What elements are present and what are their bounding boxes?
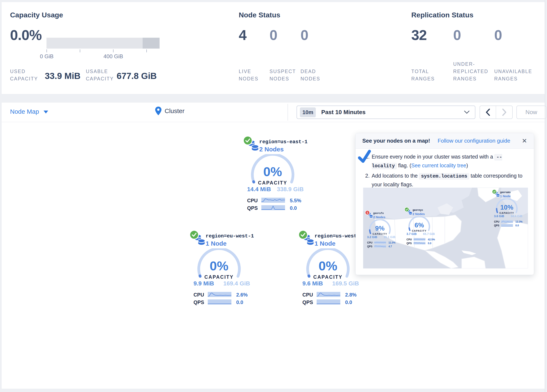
locality-name: geo=nyc — [413, 209, 423, 212]
qps-label: QPS — [494, 224, 499, 227]
qps-label: QPS — [193, 299, 204, 305]
locality-card-region-us-west-1[interactable]: region=us-west-1 1 Node 0% CAPACITY 9.6 … — [292, 230, 363, 309]
cpu-value: 42.5% — [428, 238, 435, 241]
step-text: Ensure every node in your cluster was st… — [372, 152, 527, 170]
locality-node-count[interactable]: 1 Node — [500, 194, 511, 198]
capacity-total-value: 65.7 GiB — [423, 232, 435, 236]
locality-node-count[interactable]: 2 Nodes — [413, 212, 425, 216]
cpu-value: 5.5% — [290, 198, 301, 204]
capacity-axis-label-400: 400 GiB — [96, 53, 130, 60]
healthy-badge-icon — [404, 207, 409, 212]
suspect-nodes-label: SUSPECT NODES — [270, 68, 300, 83]
cpu-label: CPU — [247, 198, 258, 204]
capacity-total-value: 169.4 GiB — [223, 280, 250, 287]
capacity-usage-percent: 0.0% — [10, 27, 42, 43]
cluster-stats-panel: Capacity Usage 0.0% 0 GiB 400 GiB USED C… — [2, 2, 545, 94]
view-selector-dropdown[interactable]: Node Map — [10, 108, 48, 115]
capacity-percent: 9% — [362, 225, 398, 232]
locality-node-count[interactable]: 2 Nodes — [373, 215, 385, 219]
dead-nodes-label: DEAD NODES — [301, 68, 331, 83]
locality-node-count[interactable]: 1 Node — [206, 240, 227, 247]
locality-name: geo=ams — [500, 191, 511, 194]
locality-card-geo-nyc[interactable]: geo=nyc 2 Nodes 6% CAPACITY 3.7 GiB 65.7… — [402, 207, 437, 247]
locality-node-count[interactable]: 2 Nodes — [259, 146, 284, 153]
locality-name: geo=sfo — [373, 212, 384, 215]
dead-nodes-value: 0 — [301, 27, 308, 43]
locality-card-region-us-east-1[interactable]: region=us-east-1 2 Nodes 0% CAPACITY 14.… — [237, 136, 308, 215]
locality-card-geo-ams[interactable]: geo=ams 1 Node 10% CAPACITY 3.6 GiB 34.4… — [489, 189, 525, 229]
live-nodes-label: LIVE NODES — [239, 68, 269, 83]
time-forward-button[interactable] — [496, 106, 512, 118]
time-range-dropdown[interactable]: 10m Past 10 Minutes — [297, 106, 475, 119]
qps-value: 0.0 — [428, 242, 431, 245]
qps-sparkline — [208, 299, 231, 304]
time-back-button[interactable] — [480, 106, 496, 118]
replication-status-title: Replication Status — [411, 11, 473, 19]
capacity-usage-title: Capacity Usage — [10, 11, 63, 19]
suspect-nodes-value: 0 — [270, 27, 277, 43]
node-map-page: Capacity Usage 0.0% 0 GiB 400 GiB USED C… — [0, 0, 547, 392]
popup-step-1: 1. Ensure every node in your cluster was… — [365, 152, 527, 170]
total-ranges-value: 32 — [411, 27, 427, 43]
system-locations-code: system.locations — [419, 173, 469, 179]
capacity-label: CAPACITY — [292, 274, 363, 280]
warning-badge-icon: 1 — [365, 210, 370, 215]
capacity-used-value: 14.4 MiB — [247, 186, 271, 193]
healthy-badge-icon — [298, 230, 308, 240]
capacity-percent: 0% — [184, 258, 255, 273]
capacity-axis-tick — [113, 49, 114, 52]
capacity-used-value: 9.6 MiB — [302, 280, 323, 287]
qps-value: 0.0 — [345, 299, 352, 305]
popup-title: See your nodes on a map! — [362, 138, 430, 144]
locality-node-count[interactable]: 1 Node — [315, 240, 335, 247]
configuration-guide-link[interactable]: Follow our configuration guide — [438, 138, 510, 144]
cpu-sparkline — [414, 238, 425, 241]
locality-card-geo-sfo[interactable]: 1 geo=sfo 2 Nodes 9% CAPACITY 3.2 GiB 3 — [362, 210, 398, 250]
close-icon[interactable]: ✕ — [522, 138, 527, 144]
capacity-total-value: 34.4 GiB — [511, 214, 522, 218]
chevron-left-icon — [486, 109, 490, 116]
breadcrumb[interactable]: Cluster — [155, 106, 185, 116]
qps-row: QPS 0.0 — [406, 242, 435, 245]
now-button[interactable]: Now — [516, 106, 546, 119]
qps-sparkline — [261, 205, 285, 210]
qps-row: QPS 0.0 — [193, 299, 250, 305]
cpu-row: CPU 12.3% — [494, 220, 522, 223]
locality-tree-link[interactable]: See current locality tree — [411, 163, 466, 168]
cpu-row: CPU 2.6% — [193, 292, 250, 297]
unavailable-ranges-value: 0 — [494, 27, 502, 43]
live-nodes-value: 4 — [239, 27, 246, 43]
capacity-percent: 0% — [237, 164, 308, 179]
capacity-label: CAPACITY — [402, 229, 437, 232]
time-nav-group — [479, 106, 513, 119]
cpu-sparkline — [317, 292, 340, 297]
location-pin-icon — [155, 106, 162, 116]
view-selector-label: Node Map — [10, 108, 39, 115]
chevron-right-icon — [502, 109, 506, 116]
capacity-usage-bar — [47, 38, 160, 48]
cpu-label: CPU — [494, 220, 499, 223]
map-toolbar: Node Map Cluster 10m Past 10 Minutes — [2, 103, 545, 122]
scrollbar-track[interactable] — [545, 0, 545, 392]
locality-card-region-eu-west-1[interactable]: region=eu-west-1 1 Node 0% CAPACITY 9.9 … — [184, 230, 255, 309]
qps-value: 0.0 — [515, 224, 519, 227]
warning-count: 1 — [367, 211, 368, 214]
qps-label: QPS — [406, 242, 412, 245]
capacity-total-value: 169.5 GiB — [332, 280, 359, 287]
cpu-label: CPU — [367, 241, 372, 244]
cpu-label: CPU — [302, 292, 313, 298]
chevron-down-icon — [44, 110, 48, 113]
toolbar-divider — [287, 104, 288, 121]
healthy-badge-icon — [492, 189, 497, 194]
used-capacity-label: USED CAPACITY — [10, 68, 41, 83]
capacity-axis-tick — [146, 49, 147, 52]
unavailable-ranges-label: UNAVAILABLE RANGES — [494, 68, 543, 83]
qps-row: QPS 0.0 — [494, 224, 522, 227]
step-number: 2. — [365, 172, 370, 189]
capacity-total-value: 338.9 GiB — [277, 186, 304, 193]
capacity-axis-tick — [47, 49, 47, 52]
healthy-badge-icon — [243, 136, 253, 145]
qps-value: 4.7 — [389, 245, 392, 248]
cpu-row: CPU 5.5% — [247, 198, 304, 203]
usable-capacity-value: 677.8 GiB — [117, 71, 157, 81]
